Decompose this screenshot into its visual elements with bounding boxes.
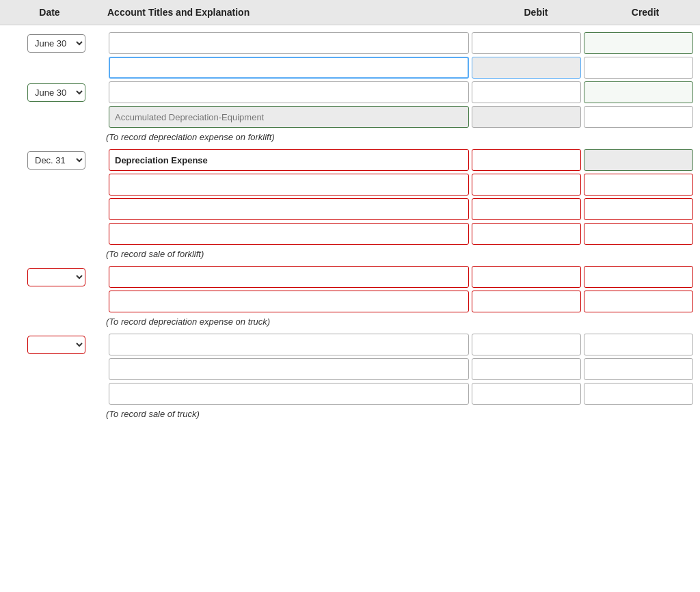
note-text-3: (To record depreciation expense on truck… [106,315,474,329]
credit-input-5-3[interactable] [584,383,693,405]
entry-row-5-3 [7,383,693,405]
credit-input-5-1[interactable] [584,334,693,355]
entry-row-2-2 [7,106,693,128]
account-input-2-2[interactable] [109,106,469,128]
debit-cell-5-1 [472,334,581,355]
date-select-5[interactable] [27,336,85,354]
account-cell-2-2 [109,106,469,128]
entry-row-3-4 [7,223,693,245]
credit-input-3-1[interactable] [584,149,693,171]
account-cell-4-2 [109,291,469,312]
debit-cell-2-2 [472,106,581,128]
credit-input-1-1[interactable] [584,32,693,54]
debit-input-4-1[interactable] [472,266,581,288]
account-input-1-2[interactable] [109,57,469,79]
debit-input-3-1[interactable] [472,149,581,171]
credit-cell-3-2 [584,174,693,196]
debit-cell-3-1 [472,149,581,171]
account-input-3-1[interactable] [109,149,469,171]
credit-cell-1-2 [584,57,693,79]
date-cell-2: June 30 [7,83,106,102]
account-cell-4-1 [109,266,469,288]
account-header: Account Titles and Explanation [99,0,481,25]
date-select-2[interactable]: June 30 [27,83,85,102]
debit-input-4-2[interactable] [472,291,581,312]
note-row-4: (To record sale of truck) [7,407,693,422]
account-input-5-1[interactable] [109,334,469,355]
debit-input-1-2[interactable] [472,57,581,79]
account-input-4-1[interactable] [109,266,469,288]
entry-row-1-1: June 30 [7,32,693,54]
account-cell-2-1 [109,81,469,103]
debit-cell-1-1 [472,32,581,54]
credit-input-1-2[interactable] [584,57,693,79]
credit-header: Credit [591,0,700,25]
debit-input-2-2[interactable] [472,106,581,128]
note-text-1: (To record depreciation expense on forkl… [106,131,474,145]
credit-input-2-2[interactable] [584,106,693,128]
journal-table: Date Account Titles and Explanation Debi… [0,0,700,592]
table-header: Date Account Titles and Explanation Debi… [0,0,700,25]
debit-cell-3-4 [472,223,581,245]
date-select-1[interactable]: June 30 [27,34,85,53]
debit-cell-1-2 [472,57,581,79]
entry-row-5-2 [7,358,693,380]
note-row-3: (To record depreciation expense on truck… [7,315,693,329]
account-cell-5-1 [109,334,469,355]
account-input-3-4[interactable] [109,223,469,245]
credit-input-2-1[interactable] [584,81,693,103]
journal-body: June 30 [0,25,700,433]
account-input-5-3[interactable] [109,383,469,405]
account-cell-3-4 [109,223,469,245]
account-input-5-2[interactable] [109,358,469,380]
date-select-3[interactable]: Dec. 31 [27,151,85,170]
account-cell-1-1 [109,32,469,54]
date-select-4[interactable] [27,268,85,286]
debit-input-5-1[interactable] [472,334,581,355]
date-header: Date [0,0,99,25]
debit-input-3-4[interactable] [472,223,581,245]
debit-input-5-2[interactable] [472,358,581,380]
credit-cell-1-1 [584,32,693,54]
credit-input-3-2[interactable] [584,174,693,196]
date-cell-3: Dec. 31 [7,151,106,170]
account-input-2-1[interactable] [109,81,469,103]
credit-cell-5-1 [584,334,693,355]
account-input-3-2[interactable] [109,174,469,196]
account-cell-3-2 [109,174,469,196]
account-input-3-3[interactable] [109,198,469,220]
account-cell-1-2 [109,57,469,79]
debit-cell-3-2 [472,174,581,196]
credit-input-5-2[interactable] [584,358,693,380]
note-row-2: (To record sale of forklift) [7,247,693,262]
entry-row-4-1 [7,266,693,288]
credit-input-4-2[interactable] [584,291,693,312]
debit-input-3-3[interactable] [472,198,581,220]
entry-row-2-1: June 30 [7,81,693,103]
account-cell-5-2 [109,358,469,380]
debit-input-1-1[interactable] [472,32,581,54]
credit-input-3-4[interactable] [584,223,693,245]
credit-cell-5-2 [584,358,693,380]
credit-input-4-1[interactable] [584,266,693,288]
credit-cell-3-3 [584,198,693,220]
credit-cell-4-2 [584,291,693,312]
debit-cell-2-1 [472,81,581,103]
credit-cell-2-2 [584,106,693,128]
credit-input-3-3[interactable] [584,198,693,220]
debit-input-3-2[interactable] [472,174,581,196]
account-input-1-1[interactable] [109,32,469,54]
account-input-4-2[interactable] [109,291,469,312]
debit-input-5-3[interactable] [472,383,581,405]
debit-cell-5-3 [472,383,581,405]
credit-cell-2-1 [584,81,693,103]
credit-cell-3-4 [584,223,693,245]
account-cell-5-3 [109,383,469,405]
debit-cell-3-3 [472,198,581,220]
debit-cell-4-1 [472,266,581,288]
date-cell-1: June 30 [7,34,106,53]
entry-row-4-2 [7,291,693,312]
debit-input-2-1[interactable] [472,81,581,103]
entry-row-3-2 [7,174,693,196]
entry-group-1: June 30 [7,32,693,422]
